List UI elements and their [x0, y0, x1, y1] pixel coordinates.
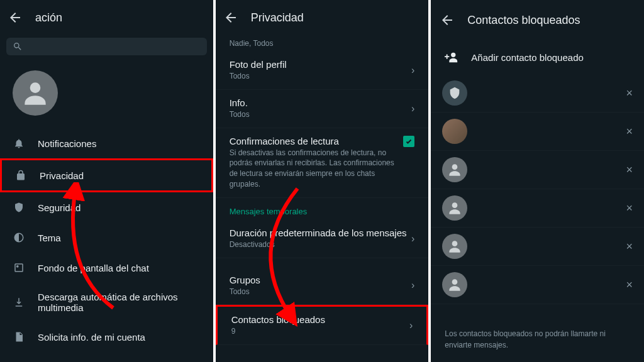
svg-point-5	[452, 164, 458, 170]
remove-icon[interactable]: ×	[626, 125, 633, 138]
profile-section[interactable]	[0, 62, 213, 128]
menu-privacy[interactable]: Privacidad	[0, 158, 213, 192]
svg-point-8	[452, 279, 458, 285]
item-sub: 9	[231, 326, 409, 337]
item-sub: Todos	[230, 71, 411, 82]
footer-note: Los contactos bloqueados no podrán llama…	[431, 317, 644, 362]
item-title: Duración predeterminada de los mensajes	[230, 228, 411, 238]
menu-wallpaper[interactable]: Fondo de pantalla del chat	[0, 253, 213, 283]
contact-avatar	[442, 80, 467, 106]
blocked-contact-row[interactable]: ×	[431, 266, 644, 304]
blocked-contact-row[interactable]: ×	[431, 228, 644, 266]
contact-avatar	[442, 119, 467, 144]
bell-icon	[13, 137, 25, 150]
chevron-right-icon: ›	[411, 65, 414, 76]
chevron-right-icon: ›	[409, 320, 413, 331]
item-title: Confirmaciones de lectura	[230, 136, 404, 146]
svg-point-7	[452, 241, 458, 246]
item-groups[interactable]: Grupos Todos ›	[216, 267, 429, 305]
chevron-right-icon: ›	[411, 233, 414, 244]
contact-avatar	[442, 157, 467, 182]
menu-label: Descarga automática de archivos multimed…	[38, 292, 201, 313]
remove-icon[interactable]: ×	[626, 278, 633, 292]
item-title: Foto del perfil	[230, 59, 411, 70]
contact-avatar	[442, 234, 467, 259]
item-title: Info.	[230, 97, 411, 108]
menu-label: Fondo de pantalla del chat	[38, 263, 149, 273]
checkbox-checked-icon[interactable]	[403, 136, 414, 147]
wallpaper-icon	[13, 261, 25, 274]
back-arrow-icon[interactable]	[223, 10, 238, 25]
item-default-duration[interactable]: Duración predeterminada de los mensajes …	[216, 220, 429, 258]
search-icon	[13, 41, 23, 52]
svg-point-4	[451, 53, 455, 57]
back-arrow-icon[interactable]	[8, 10, 23, 25]
menu-security[interactable]: Seguridad	[0, 192, 213, 222]
menu-label: Seguridad	[38, 202, 80, 213]
person-add-icon	[445, 50, 458, 64]
download-icon	[13, 296, 25, 309]
search-input[interactable]	[29, 42, 201, 52]
section-temporal-messages: Mensajes temporales	[216, 198, 429, 220]
blocked-contact-row[interactable]: ×	[431, 189, 644, 228]
privacy-panel: Privacidad Nadie, Todos Foto del perfil …	[216, 0, 429, 362]
item-blocked-contacts[interactable]: Contactos bloqueados 9 ›	[216, 305, 429, 345]
chevron-right-icon: ›	[411, 280, 414, 291]
item-read-receipts[interactable]: Confirmaciones de lectura Si desactivas …	[216, 128, 429, 198]
remove-icon[interactable]: ×	[626, 240, 633, 253]
menu-label: Solicita info. de mi cuenta	[38, 332, 145, 343]
header: Privacidad	[216, 0, 429, 35]
item-profile-photo[interactable]: Foto del perfil Todos ›	[216, 52, 429, 90]
menu-label: Privacidad	[40, 170, 84, 181]
page-title: Privacidad	[251, 11, 304, 25]
chevron-right-icon: ›	[411, 103, 414, 114]
search-bar[interactable]	[6, 38, 207, 55]
theme-icon	[13, 231, 25, 244]
menu-request-info[interactable]: Solicita info. de mi cuenta	[0, 322, 213, 352]
item-sub: Todos	[230, 109, 411, 120]
menu-theme[interactable]: Tema	[0, 222, 213, 253]
remove-icon[interactable]: ×	[626, 87, 633, 100]
avatar	[13, 70, 58, 116]
add-blocked-contact[interactable]: Añadir contacto bloqueado	[431, 40, 644, 74]
item-sub: Si desactivas las confirmaciones de lect…	[230, 148, 404, 190]
svg-point-6	[452, 202, 458, 208]
page-title: Contactos bloqueados	[467, 14, 580, 27]
menu-label: Notificaciones	[38, 138, 96, 149]
blocked-contact-row[interactable]: ×	[431, 112, 644, 151]
remove-icon[interactable]: ×	[626, 202, 633, 215]
blocked-contact-row[interactable]: ×	[431, 74, 644, 112]
header: ación	[0, 0, 213, 35]
settings-panel: ación Notificaciones Privacidad Segurida…	[0, 0, 213, 362]
lock-icon	[14, 169, 27, 182]
menu-media-download[interactable]: Descarga automática de archivos multimed…	[0, 283, 213, 322]
contact-avatar	[442, 272, 467, 297]
menu-label: Tema	[38, 233, 61, 243]
menu-notifications[interactable]: Notificaciones	[0, 128, 213, 158]
back-arrow-icon[interactable]	[440, 13, 455, 28]
shield-icon	[13, 201, 25, 214]
header: Contactos bloqueados	[431, 0, 644, 40]
remove-icon[interactable]: ×	[626, 163, 633, 177]
contact-avatar	[442, 195, 467, 221]
item-title: Grupos	[230, 275, 411, 285]
item-sub: Todos	[230, 287, 411, 297]
blocked-contact-row[interactable]: ×	[431, 151, 644, 189]
add-label: Añadir contacto bloqueado	[471, 52, 583, 63]
top-subtext: Nadie, Todos	[216, 35, 429, 52]
item-info[interactable]: Info. Todos ›	[216, 90, 429, 128]
svg-rect-2	[15, 264, 23, 272]
svg-point-3	[17, 266, 18, 267]
page-title: ación	[35, 11, 62, 25]
blocked-contacts-panel: Contactos bloqueados Añadir contacto blo…	[431, 0, 644, 362]
svg-point-0	[30, 82, 41, 93]
item-sub: Desactivados	[230, 239, 411, 250]
document-icon	[13, 331, 25, 343]
item-title: Contactos bloqueados	[231, 314, 409, 325]
